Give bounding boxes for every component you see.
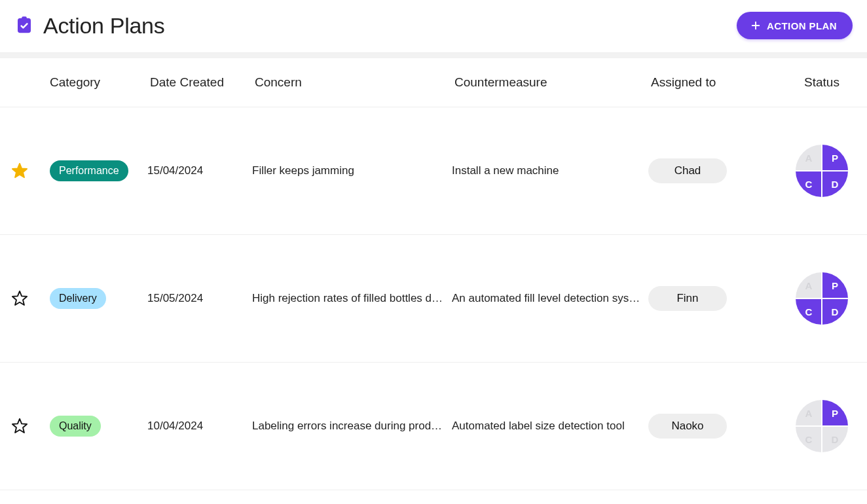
assignee-chip[interactable]: Finn [648,286,727,311]
pdca-a: A [796,272,822,298]
new-action-plan-label: ACTION PLAN [767,20,837,31]
col-date-created: Date Created [147,75,252,90]
concern-text: Filler keeps jamming [252,164,452,177]
topbar: Action Plans ACTION PLAN [0,0,867,53]
countermeasure-text: Automated label size detection tool [452,420,648,433]
table-row[interactable]: Performance15/04/2024Filler keeps jammin… [0,107,867,235]
pdca-c: C [796,171,822,197]
pdca-status[interactable]: APCD [796,272,848,325]
countermeasure-text: An automated fill level detection syst… [452,292,648,305]
concern-text: High rejection rates of filled bottles d… [252,292,452,305]
table-row[interactable]: Delivery15/05/2024High rejection rates o… [0,235,867,363]
col-concern: Concern [252,75,452,90]
pdca-c: C [796,298,822,325]
clipboard-check-icon [14,16,34,35]
date-created: 15/05/2024 [147,292,252,305]
concern-text: Labeling errors increase during product… [252,420,452,433]
pdca-p: P [822,400,848,426]
assignee-chip[interactable]: Chad [648,158,727,183]
table-row[interactable]: Quality10/04/2024Labeling errors increas… [0,363,867,490]
pdca-status[interactable]: APCD [796,400,848,452]
date-created: 15/04/2024 [147,164,252,177]
pdca-a: A [796,400,822,426]
star-toggle[interactable] [0,417,39,435]
pdca-p: P [822,145,848,171]
countermeasure-text: Install a new machine [452,164,648,177]
assignee-chip[interactable]: Naoko [648,414,727,439]
col-category: Category [39,75,147,90]
pdca-d: D [822,298,848,325]
category-pill: Performance [50,160,128,181]
pdca-status[interactable]: APCD [796,145,848,197]
separator-strip [0,53,867,58]
star-toggle[interactable] [0,162,39,180]
date-created: 10/04/2024 [147,420,252,433]
pdca-d: D [822,171,848,197]
svg-rect-1 [22,16,27,20]
pdca-d: D [822,426,848,452]
category-pill: Delivery [50,288,106,309]
category-pill: Quality [50,416,101,437]
col-assigned-to: Assigned to [648,75,779,90]
page-title: Action Plans [43,13,164,39]
new-action-plan-button[interactable]: ACTION PLAN [737,12,853,39]
pdca-p: P [822,272,848,298]
table-header-row: Category Date Created Concern Countermea… [0,58,867,107]
col-countermeasure: Countermeasure [452,75,648,90]
action-plans-table: Category Date Created Concern Countermea… [0,58,867,490]
plus-icon [750,20,762,31]
pdca-c: C [796,426,822,452]
star-toggle[interactable] [0,289,39,308]
col-status: Status [779,75,864,90]
pdca-a: A [796,145,822,171]
